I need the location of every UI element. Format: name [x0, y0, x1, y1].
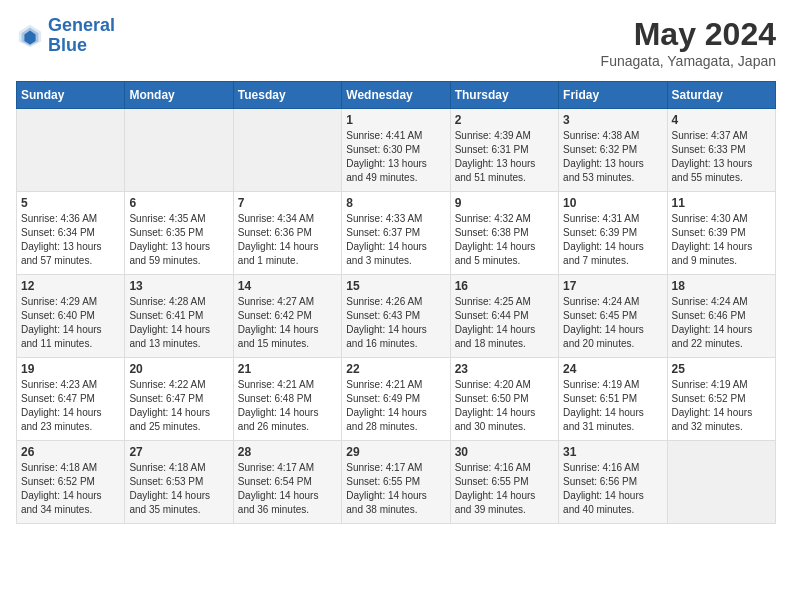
calendar-week-row: 1 Sunrise: 4:41 AMSunset: 6:30 PMDayligh… [17, 109, 776, 192]
calendar-cell [667, 441, 775, 524]
calendar-cell: 27 Sunrise: 4:18 AMSunset: 6:53 PMDaylig… [125, 441, 233, 524]
calendar-cell [125, 109, 233, 192]
weekday-header: Wednesday [342, 82, 450, 109]
day-number: 3 [563, 113, 662, 127]
weekday-header: Tuesday [233, 82, 341, 109]
day-number: 18 [672, 279, 771, 293]
calendar-cell: 18 Sunrise: 4:24 AMSunset: 6:46 PMDaylig… [667, 275, 775, 358]
calendar-cell: 1 Sunrise: 4:41 AMSunset: 6:30 PMDayligh… [342, 109, 450, 192]
cell-text: Sunrise: 4:36 AMSunset: 6:34 PMDaylight:… [21, 212, 120, 268]
day-number: 31 [563, 445, 662, 459]
day-number: 17 [563, 279, 662, 293]
logo-icon [16, 22, 44, 50]
day-number: 19 [21, 362, 120, 376]
calendar-cell: 22 Sunrise: 4:21 AMSunset: 6:49 PMDaylig… [342, 358, 450, 441]
day-number: 10 [563, 196, 662, 210]
day-number: 13 [129, 279, 228, 293]
calendar-cell: 28 Sunrise: 4:17 AMSunset: 6:54 PMDaylig… [233, 441, 341, 524]
cell-text: Sunrise: 4:35 AMSunset: 6:35 PMDaylight:… [129, 212, 228, 268]
calendar-week-row: 12 Sunrise: 4:29 AMSunset: 6:40 PMDaylig… [17, 275, 776, 358]
cell-text: Sunrise: 4:28 AMSunset: 6:41 PMDaylight:… [129, 295, 228, 351]
cell-text: Sunrise: 4:38 AMSunset: 6:32 PMDaylight:… [563, 129, 662, 185]
day-number: 7 [238, 196, 337, 210]
cell-text: Sunrise: 4:24 AMSunset: 6:46 PMDaylight:… [672, 295, 771, 351]
cell-text: Sunrise: 4:19 AMSunset: 6:51 PMDaylight:… [563, 378, 662, 434]
calendar-cell: 9 Sunrise: 4:32 AMSunset: 6:38 PMDayligh… [450, 192, 558, 275]
day-number: 4 [672, 113, 771, 127]
cell-text: Sunrise: 4:39 AMSunset: 6:31 PMDaylight:… [455, 129, 554, 185]
cell-text: Sunrise: 4:33 AMSunset: 6:37 PMDaylight:… [346, 212, 445, 268]
cell-text: Sunrise: 4:24 AMSunset: 6:45 PMDaylight:… [563, 295, 662, 351]
location: Funagata, Yamagata, Japan [601, 53, 776, 69]
day-number: 1 [346, 113, 445, 127]
calendar-cell: 3 Sunrise: 4:38 AMSunset: 6:32 PMDayligh… [559, 109, 667, 192]
cell-text: Sunrise: 4:30 AMSunset: 6:39 PMDaylight:… [672, 212, 771, 268]
day-number: 2 [455, 113, 554, 127]
calendar-cell: 14 Sunrise: 4:27 AMSunset: 6:42 PMDaylig… [233, 275, 341, 358]
day-number: 29 [346, 445, 445, 459]
cell-text: Sunrise: 4:21 AMSunset: 6:49 PMDaylight:… [346, 378, 445, 434]
calendar-cell: 20 Sunrise: 4:22 AMSunset: 6:47 PMDaylig… [125, 358, 233, 441]
day-number: 16 [455, 279, 554, 293]
weekday-header: Sunday [17, 82, 125, 109]
day-number: 23 [455, 362, 554, 376]
cell-text: Sunrise: 4:17 AMSunset: 6:54 PMDaylight:… [238, 461, 337, 517]
day-number: 8 [346, 196, 445, 210]
calendar-cell: 11 Sunrise: 4:30 AMSunset: 6:39 PMDaylig… [667, 192, 775, 275]
calendar-cell: 26 Sunrise: 4:18 AMSunset: 6:52 PMDaylig… [17, 441, 125, 524]
day-number: 9 [455, 196, 554, 210]
cell-text: Sunrise: 4:37 AMSunset: 6:33 PMDaylight:… [672, 129, 771, 185]
calendar-cell: 24 Sunrise: 4:19 AMSunset: 6:51 PMDaylig… [559, 358, 667, 441]
calendar-cell: 21 Sunrise: 4:21 AMSunset: 6:48 PMDaylig… [233, 358, 341, 441]
day-number: 28 [238, 445, 337, 459]
cell-text: Sunrise: 4:31 AMSunset: 6:39 PMDaylight:… [563, 212, 662, 268]
day-number: 15 [346, 279, 445, 293]
day-number: 21 [238, 362, 337, 376]
calendar-week-row: 5 Sunrise: 4:36 AMSunset: 6:34 PMDayligh… [17, 192, 776, 275]
cell-text: Sunrise: 4:18 AMSunset: 6:53 PMDaylight:… [129, 461, 228, 517]
cell-text: Sunrise: 4:17 AMSunset: 6:55 PMDaylight:… [346, 461, 445, 517]
cell-text: Sunrise: 4:18 AMSunset: 6:52 PMDaylight:… [21, 461, 120, 517]
calendar-cell: 23 Sunrise: 4:20 AMSunset: 6:50 PMDaylig… [450, 358, 558, 441]
calendar-table: SundayMondayTuesdayWednesdayThursdayFrid… [16, 81, 776, 524]
cell-text: Sunrise: 4:41 AMSunset: 6:30 PMDaylight:… [346, 129, 445, 185]
cell-text: Sunrise: 4:26 AMSunset: 6:43 PMDaylight:… [346, 295, 445, 351]
cell-text: Sunrise: 4:25 AMSunset: 6:44 PMDaylight:… [455, 295, 554, 351]
day-number: 22 [346, 362, 445, 376]
day-number: 27 [129, 445, 228, 459]
calendar-cell: 30 Sunrise: 4:16 AMSunset: 6:55 PMDaylig… [450, 441, 558, 524]
calendar-week-row: 26 Sunrise: 4:18 AMSunset: 6:52 PMDaylig… [17, 441, 776, 524]
calendar-cell: 4 Sunrise: 4:37 AMSunset: 6:33 PMDayligh… [667, 109, 775, 192]
weekday-header: Saturday [667, 82, 775, 109]
day-number: 25 [672, 362, 771, 376]
calendar-cell: 17 Sunrise: 4:24 AMSunset: 6:45 PMDaylig… [559, 275, 667, 358]
day-number: 12 [21, 279, 120, 293]
cell-text: Sunrise: 4:16 AMSunset: 6:55 PMDaylight:… [455, 461, 554, 517]
calendar-cell: 31 Sunrise: 4:16 AMSunset: 6:56 PMDaylig… [559, 441, 667, 524]
cell-text: Sunrise: 4:20 AMSunset: 6:50 PMDaylight:… [455, 378, 554, 434]
calendar-cell: 12 Sunrise: 4:29 AMSunset: 6:40 PMDaylig… [17, 275, 125, 358]
day-number: 11 [672, 196, 771, 210]
weekday-header: Monday [125, 82, 233, 109]
cell-text: Sunrise: 4:19 AMSunset: 6:52 PMDaylight:… [672, 378, 771, 434]
cell-text: Sunrise: 4:21 AMSunset: 6:48 PMDaylight:… [238, 378, 337, 434]
calendar-cell: 5 Sunrise: 4:36 AMSunset: 6:34 PMDayligh… [17, 192, 125, 275]
calendar-cell: 2 Sunrise: 4:39 AMSunset: 6:31 PMDayligh… [450, 109, 558, 192]
cell-text: Sunrise: 4:16 AMSunset: 6:56 PMDaylight:… [563, 461, 662, 517]
calendar-header: SundayMondayTuesdayWednesdayThursdayFrid… [17, 82, 776, 109]
cell-text: Sunrise: 4:22 AMSunset: 6:47 PMDaylight:… [129, 378, 228, 434]
weekday-header: Thursday [450, 82, 558, 109]
calendar-cell [233, 109, 341, 192]
page-header: General Blue May 2024 Funagata, Yamagata… [16, 16, 776, 69]
calendar-cell: 13 Sunrise: 4:28 AMSunset: 6:41 PMDaylig… [125, 275, 233, 358]
cell-text: Sunrise: 4:27 AMSunset: 6:42 PMDaylight:… [238, 295, 337, 351]
calendar-cell: 15 Sunrise: 4:26 AMSunset: 6:43 PMDaylig… [342, 275, 450, 358]
calendar-cell: 8 Sunrise: 4:33 AMSunset: 6:37 PMDayligh… [342, 192, 450, 275]
month-title: May 2024 [601, 16, 776, 53]
calendar-cell: 10 Sunrise: 4:31 AMSunset: 6:39 PMDaylig… [559, 192, 667, 275]
calendar-cell: 16 Sunrise: 4:25 AMSunset: 6:44 PMDaylig… [450, 275, 558, 358]
cell-text: Sunrise: 4:29 AMSunset: 6:40 PMDaylight:… [21, 295, 120, 351]
logo: General Blue [16, 16, 115, 56]
calendar-cell: 29 Sunrise: 4:17 AMSunset: 6:55 PMDaylig… [342, 441, 450, 524]
calendar-cell: 6 Sunrise: 4:35 AMSunset: 6:35 PMDayligh… [125, 192, 233, 275]
